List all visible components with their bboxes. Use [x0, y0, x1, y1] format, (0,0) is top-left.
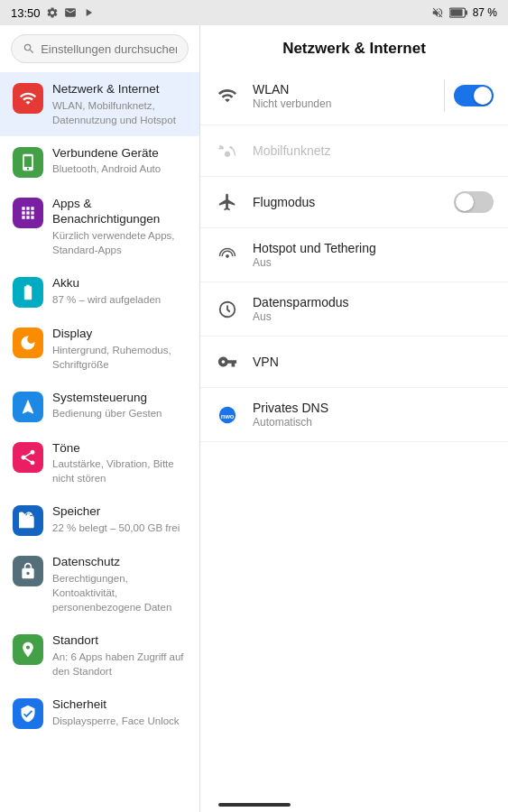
toggle-flugmodus[interactable]	[454, 191, 494, 213]
panel-items-container: WLANNicht verbundenMobilfunknetzFlugmodu…	[200, 67, 508, 442]
sidebar-subtitle-akku: 87 % – wird aufgeladen	[52, 292, 161, 307]
sidebar-icon-systemsteuerung	[13, 392, 43, 422]
panel-item-mobilfunknetz[interactable]: Mobilfunknetz	[200, 125, 508, 177]
sidebar-icon-toene	[13, 442, 43, 473]
sidebar-item-systemsteuerung[interactable]: SystemsteuerungBedienung über Gesten	[0, 381, 199, 431]
mail-status-icon	[64, 6, 77, 19]
panel-icon-wlan	[215, 83, 240, 108]
sidebar-icon-akku	[13, 277, 43, 308]
panel-icon-hotspot	[215, 243, 240, 268]
panel-item-title-wlan: WLAN	[253, 82, 435, 97]
sidebar-subtitle-standort: An: 6 Apps haben Zugriff auf den Standor…	[52, 650, 187, 678]
sidebar-icon-standort	[13, 634, 43, 665]
sidebar-item-netzwerk[interactable]: Netzwerk & InternetWLAN, Mobilfunknetz, …	[0, 72, 199, 136]
sidebar-title-geraete: Verbundene Geräte	[52, 145, 161, 161]
sidebar-icon-netzwerk	[13, 83, 43, 114]
sidebar-subtitle-display: Hintergrund, Ruhemodus, Schriftgröße	[52, 343, 187, 372]
sidebar-items-container: Netzwerk & InternetWLAN, Mobilfunknetz, …	[0, 72, 199, 738]
sidebar-title-speicher: Speicher	[52, 503, 180, 520]
search-input[interactable]	[41, 42, 177, 56]
sidebar-item-akku[interactable]: Akku87 % – wird aufgeladen	[0, 266, 199, 317]
sidebar-title-display: Display	[52, 326, 187, 342]
main-layout: Netzwerk & InternetWLAN, Mobilfunknetz, …	[0, 25, 508, 812]
sidebar-item-standort[interactable]: StandortAn: 6 Apps haben Zugriff auf den…	[0, 623, 199, 687]
sidebar-title-standort: Standort	[52, 632, 187, 649]
battery-icon	[449, 6, 467, 19]
status-bar: 13:50 87 %	[0, 0, 508, 25]
sidebar-subtitle-toene: Lautstärke, Vibration, Bitte nicht störe…	[52, 457, 187, 485]
panel-item-title-privatedns: Privates DNS	[253, 401, 494, 415]
panel-item-vpn[interactable]: VPN	[200, 337, 508, 388]
sidebar-subtitle-datenschutz: Berechtigungen, Kontoaktivität, personen…	[52, 571, 187, 614]
sidebar: Netzwerk & InternetWLAN, Mobilfunknetz, …	[0, 25, 200, 812]
settings-status-icon	[46, 6, 59, 19]
right-panel: Netzwerk & Internet WLANNicht verbundenM…	[200, 25, 508, 812]
bottom-bar	[218, 803, 291, 807]
sidebar-icon-speicher	[13, 505, 43, 536]
status-left: 13:50	[11, 6, 95, 20]
sidebar-subtitle-speicher: 22 % belegt – 50,00 GB frei	[52, 521, 180, 535]
toggle-knob-wlan	[474, 87, 492, 105]
toggle-knob-flugmodus	[456, 193, 474, 211]
sidebar-item-apps[interactable]: Apps & BenachrichtigungenKürzlich verwen…	[0, 187, 199, 266]
panel-item-title-flugmodus: Flugmodus	[253, 195, 454, 209]
sidebar-item-speicher[interactable]: Speicher22 % belegt – 50,00 GB frei	[0, 494, 199, 545]
sidebar-icon-datenschutz	[13, 556, 43, 586]
panel-icon-vpn	[215, 349, 240, 374]
panel-item-datensparmodus[interactable]: DatensparmodusAus	[200, 282, 508, 337]
panel-icon-datensparmodus	[215, 297, 240, 322]
sidebar-icon-apps	[13, 198, 43, 228]
sidebar-subtitle-geraete: Bluetooth, Android Auto	[52, 161, 161, 176]
panel-item-title-hotspot: Hotspot und Tethering	[253, 241, 494, 255]
panel-item-subtitle-privatedns: Automatisch	[253, 416, 494, 429]
sidebar-icon-display	[13, 328, 43, 358]
sidebar-item-geraete[interactable]: Verbundene GeräteBluetooth, Android Auto	[0, 136, 199, 187]
sidebar-item-toene[interactable]: TöneLautstärke, Vibration, Bitte nicht s…	[0, 431, 199, 495]
sidebar-title-apps: Apps & Benachrichtigungen	[52, 196, 187, 227]
panel-item-subtitle-wlan: Nicht verbunden	[253, 97, 435, 110]
mute-icon	[431, 6, 444, 19]
search-icon	[23, 42, 35, 56]
toggle-wlan[interactable]	[454, 85, 494, 106]
panel-icon-flugmodus	[215, 189, 240, 215]
time-display: 13:50	[11, 6, 41, 20]
status-right: 87 %	[431, 6, 497, 19]
panel-item-title-mobilfunknetz: Mobilfunknetz	[253, 143, 494, 158]
panel-title: Netzwerk & Internet	[200, 25, 508, 67]
search-box[interactable]	[11, 34, 189, 63]
svg-text:nwo: nwo	[221, 411, 235, 420]
sidebar-icon-sicherheit	[13, 698, 43, 729]
sidebar-subtitle-netzwerk: WLAN, Mobilfunknetz, Datennutzung und Ho…	[52, 98, 187, 127]
panel-item-subtitle-hotspot: Aus	[253, 256, 494, 269]
battery-text: 87 %	[473, 6, 497, 19]
panel-item-wlan[interactable]: WLANNicht verbunden	[200, 67, 508, 125]
panel-item-privatedns[interactable]: nwoPrivates DNSAutomatisch	[200, 388, 508, 442]
sidebar-item-datenschutz[interactable]: DatenschutzBerechtigungen, Kontoaktivitä…	[0, 545, 199, 623]
panel-item-flugmodus[interactable]: Flugmodus	[200, 177, 508, 228]
sidebar-subtitle-apps: Kürzlich verwendete Apps, Standard-Apps	[52, 228, 187, 257]
divider-wlan	[444, 79, 445, 112]
panel-item-title-datensparmodus: Datensparmodus	[253, 295, 494, 309]
play-status-icon	[82, 6, 95, 19]
panel-item-hotspot[interactable]: Hotspot und TetheringAus	[200, 228, 508, 282]
sidebar-subtitle-systemsteuerung: Bedienung über Gesten	[52, 406, 162, 420]
panel-icon-mobilfunknetz	[215, 138, 240, 163]
svg-rect-2	[450, 9, 462, 16]
sidebar-title-datenschutz: Datenschutz	[52, 554, 187, 570]
sidebar-title-akku: Akku	[52, 275, 161, 291]
sidebar-title-netzwerk: Netzwerk & Internet	[52, 81, 187, 97]
sidebar-title-systemsteuerung: Systemsteuerung	[52, 390, 162, 406]
sidebar-title-toene: Töne	[52, 440, 187, 457]
sidebar-item-display[interactable]: DisplayHintergrund, Ruhemodus, Schriftgr…	[0, 317, 199, 381]
sidebar-title-sicherheit: Sicherheit	[52, 697, 180, 713]
sidebar-icon-geraete	[13, 147, 43, 178]
sidebar-item-sicherheit[interactable]: SicherheitDisplaysperre, Face Unlock	[0, 687, 199, 738]
panel-item-subtitle-datensparmodus: Aus	[253, 310, 494, 323]
panel-icon-privatedns: nwo	[215, 402, 240, 428]
svg-rect-1	[466, 11, 467, 15]
panel-item-title-vpn: VPN	[253, 355, 494, 369]
sidebar-subtitle-sicherheit: Displaysperre, Face Unlock	[52, 714, 180, 728]
